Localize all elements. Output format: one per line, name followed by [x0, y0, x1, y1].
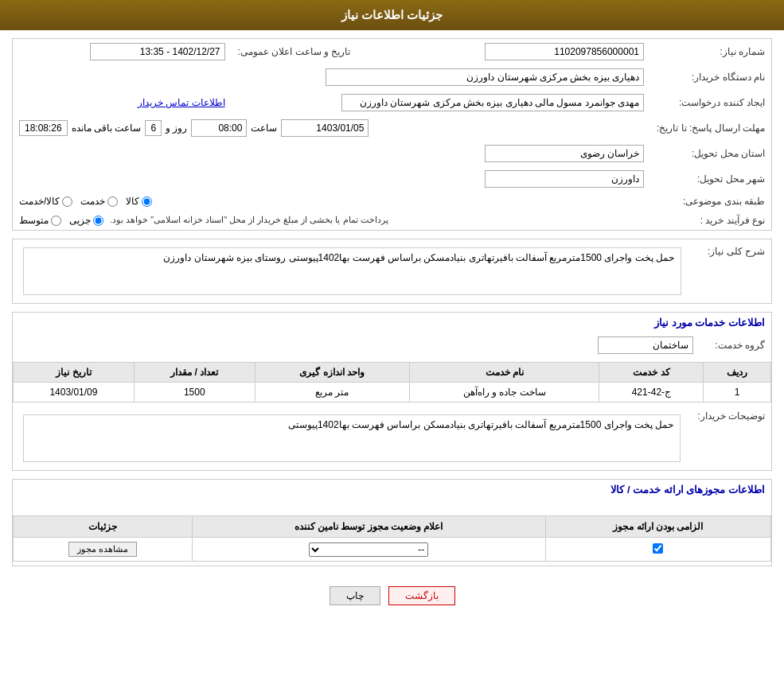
services-data-table: ردیف کد خدمت نام خدمت واحد اندازه گیری ت…	[13, 362, 771, 402]
main-info-section: شماره نیاز: تاریخ و ساعت اعلان عمومی: نا…	[12, 38, 772, 231]
radio-partial: جزیی	[69, 215, 103, 226]
licenses-header-row: الزامی بودن ارائه مجوز اعلام وضعیت مجوز …	[14, 516, 771, 538]
radio-medium: متوسط	[19, 215, 61, 226]
col-row: ردیف	[704, 363, 771, 383]
creator-label: ایجاد کننده درخواست:	[650, 90, 771, 115]
page-title: جزئیات اطلاعات نیاز	[341, 8, 443, 21]
cell-date: 1403/01/09	[14, 383, 135, 402]
need-number-label: شماره نیاز:	[650, 39, 771, 64]
deadline-label: مهلت ارسال پاسخ: تا تاریخ:	[650, 115, 771, 141]
category-radio-group: کالا/خدمت خدمت کالا	[19, 196, 644, 207]
remaining-time-value: 18:08:26	[19, 120, 68, 136]
category-label: طبقه بندی موضوعی:	[650, 192, 771, 211]
process-type-label: نوع فرآیند خرید :	[650, 211, 771, 230]
province-input[interactable]	[485, 145, 644, 162]
radio-medium-input[interactable]	[51, 216, 61, 226]
radio-goods-service-input[interactable]	[62, 196, 72, 207]
service-label: خدمت	[80, 196, 105, 207]
radio-partial-input[interactable]	[93, 216, 103, 226]
cell-row: 1	[704, 383, 771, 402]
row-deadline: مهلت ارسال پاسخ: تا تاریخ: 18:08:26 ساعت…	[13, 115, 771, 141]
contact-link[interactable]: اطلاعات تماس خریدار	[138, 97, 225, 108]
process-note: پرداخت تمام یا بخشی از مبلغ خریدار از مح…	[110, 215, 388, 225]
licenses-title: اطلاعات مجوزهای ارائه خدمت / کالا	[13, 480, 771, 500]
buyer-desc-value: حمل پخت واجرای 1500مترمربع آسفالت بافیرت…	[13, 406, 691, 470]
cell-unit: متر مربع	[255, 383, 409, 402]
services-title: اطلاعات خدمات مورد نیاز	[13, 313, 771, 332]
buyer-org-value	[13, 64, 650, 90]
need-description-section: شرح کلی نیاز: حمل پخت واجرای 1500مترمربع…	[12, 239, 772, 304]
announce-date-input[interactable]	[90, 43, 225, 60]
process-partial-label: جزیی	[69, 215, 91, 226]
info-table: شماره نیاز: تاریخ و ساعت اعلان عمومی: نا…	[13, 39, 771, 230]
row-creator: ایجاد کننده درخواست: اطلاعات تماس خریدار	[13, 90, 771, 115]
days-label: روز و	[166, 122, 187, 134]
city-label: شهر محل تحویل:	[650, 166, 771, 192]
col-code: کد خدمت	[599, 363, 704, 383]
province-label: استان محل تحویل:	[650, 141, 771, 166]
need-number-input[interactable]	[485, 43, 644, 60]
services-group-value	[13, 332, 700, 358]
radio-service-input[interactable]	[107, 196, 118, 207]
need-desc-table: شرح کلی نیاز: حمل پخت واجرای 1500مترمربع…	[13, 239, 771, 303]
cell-details: مشاهده مجوز	[14, 538, 193, 562]
licenses-data-table: الزامی بودن ارائه مجوز اعلام وضعیت مجوز …	[13, 515, 771, 562]
need-desc-row: شرح کلی نیاز: حمل پخت واجرای 1500مترمربع…	[13, 239, 771, 303]
radio-goods: کالا	[126, 196, 152, 207]
deadline-date-input[interactable]	[281, 119, 369, 137]
services-group-label: گروه خدمت:	[700, 332, 771, 358]
services-group-table: گروه خدمت:	[13, 332, 771, 358]
buyer-org-input[interactable]	[326, 68, 644, 86]
table-row: --مشاهده مجوز	[14, 538, 771, 562]
goods-service-label: کالا/خدمت	[19, 196, 60, 207]
days-value: 6	[145, 120, 162, 136]
announce-date-label: تاریخ و ساعت اعلان عمومی:	[232, 39, 357, 64]
col-quantity: تعداد / مقدار	[134, 363, 255, 383]
radio-goods-input[interactable]	[142, 196, 152, 207]
row-buyer-org: نام دستگاه خریدار:	[13, 64, 771, 90]
view-license-button[interactable]: مشاهده مجوز	[68, 542, 137, 557]
row-category: طبقه بندی موضوعی: کالا/خدمت خدمت	[13, 192, 771, 211]
cell-status: --	[192, 538, 545, 562]
creator-value	[232, 90, 650, 115]
buyer-org-label: نام دستگاه خریدار:	[650, 64, 771, 90]
city-input[interactable]	[485, 170, 644, 188]
buyer-desc-row: توضیحات خریدار: حمل پخت واجرای 1500مترمر…	[13, 406, 771, 470]
radio-service: خدمت	[80, 196, 118, 207]
remaining-label: ساعت باقی مانده	[72, 122, 142, 134]
row-city: شهر محل تحویل:	[13, 166, 771, 192]
need-desc-text: حمل پخت واجرای 1500مترمربع آسفالت بافیرت…	[23, 247, 681, 295]
back-button[interactable]: بازگشت	[388, 586, 455, 605]
row-process-type: نوع فرآیند خرید : متوسط جزیی	[13, 211, 771, 230]
services-group-row: گروه خدمت:	[13, 332, 771, 358]
col-required: الزامی بودن ارائه مجوز	[545, 516, 770, 538]
col-unit: واحد اندازه گیری	[255, 363, 409, 383]
need-desc-label: شرح کلی نیاز:	[692, 239, 771, 303]
buyer-desc-label: توضیحات خریدار:	[691, 406, 771, 470]
goods-label: کالا	[126, 196, 139, 207]
cell-quantity: 1500	[134, 383, 255, 402]
required-checkbox[interactable]	[653, 543, 663, 554]
deadline-time-input[interactable]	[191, 119, 247, 137]
services-section: اطلاعات خدمات مورد نیاز گروه خدمت: ردیف …	[12, 312, 772, 471]
deadline-value: 18:08:26 ساعت باقی مانده 6 روز و ساعت	[13, 115, 650, 141]
cell-code: ج-42-421	[599, 383, 704, 402]
col-date: تاریخ نیاز	[14, 363, 135, 383]
licenses-section: اطلاعات مجوزهای ارائه خدمت / کالا الزامی…	[12, 479, 772, 566]
col-name: نام خدمت	[410, 363, 599, 383]
status-select[interactable]: --	[309, 542, 428, 557]
creator-input[interactable]	[341, 94, 644, 111]
services-group-input[interactable]	[598, 336, 693, 354]
table-row: 1ج-42-421ساخت جاده و راه‌آهنمتر مربع1500…	[14, 383, 771, 402]
row-province: استان محل تحویل:	[13, 141, 771, 166]
process-medium-label: متوسط	[19, 215, 49, 226]
page-header: جزئیات اطلاعات نیاز	[0, 0, 784, 30]
row-need-number: شماره نیاز: تاریخ و ساعت اعلان عمومی:	[13, 39, 771, 64]
announce-date-value	[13, 39, 232, 64]
buyer-desc-text: حمل پخت واجرای 1500مترمربع آسفالت بافیرت…	[23, 414, 681, 462]
buttons-row: بازگشت چاپ	[12, 574, 772, 617]
buyer-desc-table: توضیحات خریدار: حمل پخت واجرای 1500مترمر…	[13, 406, 771, 470]
print-button[interactable]: چاپ	[330, 586, 380, 605]
col-status: اعلام وضعیت مجوز توسط نامین کننده	[192, 516, 545, 538]
time-label: ساعت	[251, 122, 277, 134]
